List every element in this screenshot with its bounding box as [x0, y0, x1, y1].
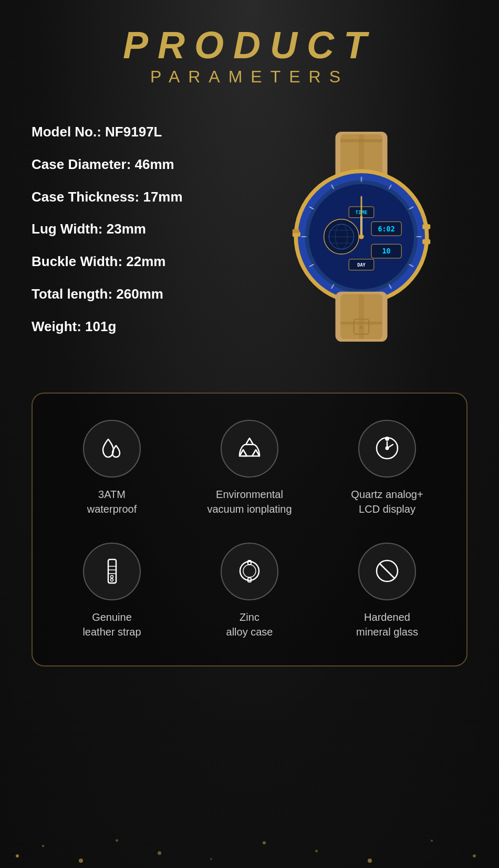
features-section: 3ATMwaterproof Environmentalvacuum ionpl… [0, 382, 499, 698]
svg-point-58 [110, 579, 113, 581]
svg-rect-38 [422, 239, 430, 245]
title-line1: PRODUCT [11, 26, 488, 64]
svg-point-41 [359, 235, 364, 240]
watch-case-icon [235, 557, 264, 586]
svg-rect-36 [292, 229, 299, 234]
svg-point-49 [386, 437, 389, 440]
svg-rect-45 [359, 294, 364, 340]
spec-text: Model No.: NF9197L [32, 123, 244, 141]
ionplating-icon-circle [221, 420, 278, 478]
svg-point-57 [110, 576, 113, 578]
title-section: PRODUCT PARAMETERS [0, 0, 499, 102]
glass-icon-circle [358, 543, 416, 600]
display-icon-circle [358, 420, 416, 478]
waterproof-label: 3ATMwaterproof [87, 487, 137, 516]
page-wrapper: PRODUCT PARAMETERS Model No.: NF9197LCas… [0, 0, 499, 868]
spec-item: Case Thickness: 17mm [32, 188, 244, 206]
ionplating-label: Environmentalvacuum ionplating [207, 487, 292, 516]
features-box: 3ATMwaterproof Environmentalvacuum ionpl… [32, 393, 467, 666]
svg-rect-37 [422, 224, 430, 229]
watch-illustration: 6:02 10 TIME DAY [277, 132, 445, 342]
watch-image-container: 6:02 10 TIME DAY [255, 132, 467, 342]
spec-text: Buckle Width: 22mm [32, 253, 244, 271]
glass-label: Hardenedmineral glass [356, 610, 418, 639]
svg-text:DAY: DAY [357, 262, 366, 268]
feature-glass: Hardenedmineral glass [324, 543, 451, 639]
svg-rect-53 [108, 559, 116, 583]
clock-icon [373, 434, 402, 463]
svg-point-60 [243, 565, 256, 577]
spec-item: Weight: 101g [32, 318, 244, 336]
particles [0, 805, 499, 868]
spec-item: Total length: 260mm [32, 285, 244, 303]
leather-label: Genuineleather strap [82, 610, 141, 639]
spec-text: Total length: 260mm [32, 285, 244, 303]
feature-ionplating: Environmentalvacuum ionplating [186, 420, 313, 516]
alloy-label: Zincalloy case [226, 610, 273, 639]
recycle-icon [235, 434, 264, 463]
spec-text: Weight: 101g [32, 318, 244, 336]
leather-icon-circle [83, 543, 141, 600]
spec-item: Model No.: NF9197L [32, 123, 244, 141]
title-line2: PARAMETERS [11, 67, 488, 87]
strap-icon [98, 557, 127, 586]
alloy-icon-circle [221, 543, 278, 600]
spec-item: Buckle Width: 22mm [32, 253, 244, 271]
spec-text: Case Thickness: 17mm [32, 188, 244, 206]
svg-text:6:02: 6:02 [378, 225, 394, 233]
waterproof-icon-circle [83, 420, 141, 478]
feature-waterproof: 3ATMwaterproof [48, 420, 175, 516]
feature-alloy: Zincalloy case [186, 543, 313, 639]
spec-item: Case Diameter: 46mm [32, 156, 244, 174]
feature-display: Quartz analog+LCD display [324, 420, 451, 516]
specs-watch-section: Model No.: NF9197LCase Diameter: 46mmCas… [0, 102, 499, 382]
svg-point-52 [386, 447, 388, 450]
display-label: Quartz analog+LCD display [351, 487, 423, 516]
svg-text:10: 10 [382, 248, 390, 256]
spec-item: Lug Width: 23mm [32, 220, 244, 238]
svg-text:N: N [359, 324, 363, 330]
spec-text: Case Diameter: 46mm [32, 156, 244, 174]
feature-leather: Genuineleather strap [48, 543, 175, 639]
water-drops-icon [98, 434, 127, 463]
slash-circle-icon [373, 557, 402, 586]
specs-list: Model No.: NF9197LCase Diameter: 46mmCas… [32, 123, 244, 351]
spec-text: Lug Width: 23mm [32, 220, 244, 238]
svg-line-64 [380, 564, 394, 578]
